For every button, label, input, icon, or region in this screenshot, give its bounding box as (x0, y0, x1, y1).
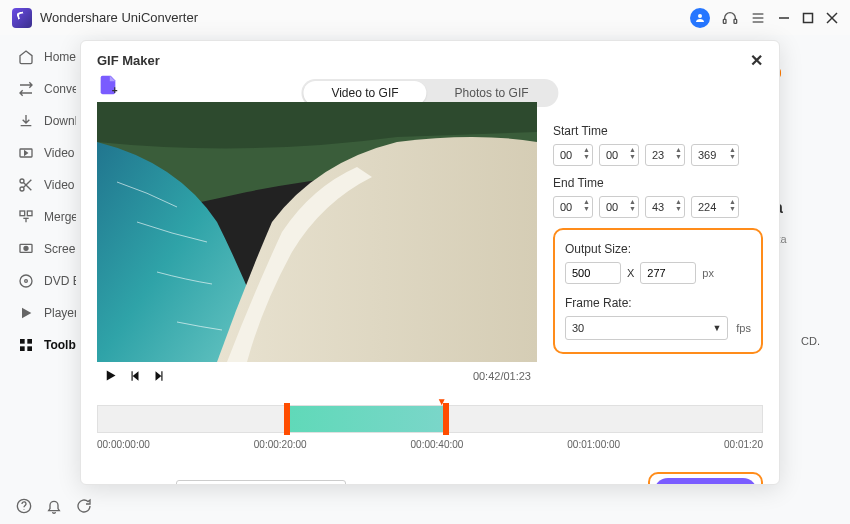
px-label: px (702, 267, 714, 279)
x-separator: X (627, 267, 634, 279)
output-size-label: Output Size: (565, 242, 751, 256)
svg-rect-25 (20, 346, 25, 351)
sidebar-item-converter[interactable]: Converter (18, 81, 76, 97)
settings-panel: Start Time 00▲▼ 00▲▼ 23▲▼ 369▲▼ End Time… (553, 102, 763, 385)
create-highlight: Create GIF (648, 472, 763, 485)
svg-rect-15 (20, 211, 25, 216)
sidebar-item-label: Downloader (44, 114, 76, 128)
bell-icon[interactable] (46, 498, 62, 514)
home-icon (18, 49, 34, 65)
sidebar-item-compressor[interactable]: Video Compressor (18, 145, 76, 161)
svg-rect-1 (723, 19, 726, 23)
svg-rect-24 (27, 339, 32, 344)
bg-cd: CD. (801, 335, 820, 347)
file-location-input[interactable]: C:\Users\ws\Pictures\Wonders▼ (176, 480, 346, 485)
gif-maker-modal: GIF Maker ✕ + Video to GIF Photos to GIF (80, 40, 780, 485)
titlebar: Wondershare UniConverter (0, 0, 850, 35)
convert-icon (18, 81, 34, 97)
sidebar-item-downloader[interactable]: Downloader (18, 113, 76, 129)
svg-rect-26 (27, 346, 32, 351)
next-frame-icon[interactable] (152, 369, 166, 383)
sidebar-item-label: Merger (44, 210, 76, 224)
output-height-input[interactable] (640, 262, 696, 284)
create-gif-button[interactable]: Create GIF (654, 478, 757, 485)
help-icon[interactable] (16, 498, 32, 514)
tick: 00:00:00:00 (97, 439, 150, 450)
svg-point-22 (25, 280, 28, 283)
svg-point-12 (20, 187, 24, 191)
download-icon (18, 113, 34, 129)
end-h-input[interactable]: 00▲▼ (553, 196, 593, 218)
sidebar-item-label: DVD Burner (44, 274, 76, 288)
fps-label: fps (736, 322, 751, 334)
file-location-row: File Location: C:\Users\ws\Pictures\Wond… (97, 480, 370, 485)
grid-icon (18, 337, 34, 353)
maximize-icon[interactable] (802, 12, 814, 24)
chevron-down-icon: ▼ (712, 323, 721, 333)
start-h-input[interactable]: 00▲▼ (553, 144, 593, 166)
svg-point-11 (20, 179, 24, 183)
sidebar-item-label: Player (44, 306, 76, 320)
sidebar-item-recorder[interactable]: Screen Recorder (18, 241, 76, 257)
user-avatar-icon[interactable] (690, 8, 710, 28)
timeline[interactable]: ▼ 00:00:00:00 00:00:20:00 00:00:40:00 00… (97, 405, 763, 450)
video-preview[interactable] (97, 102, 537, 362)
sidebar-item-label: Screen Recorder (44, 242, 76, 256)
tick: 00:01:00:00 (567, 439, 620, 450)
sidebar-item-label: Converter (44, 82, 76, 96)
app-logo-icon (12, 8, 32, 28)
play-button-icon[interactable] (103, 368, 118, 383)
frame-rate-label: Frame Rate: (565, 296, 751, 310)
folder-icon[interactable] (354, 484, 370, 485)
start-time-label: Start Time (553, 124, 763, 138)
sidebar-item-home[interactable]: Home (18, 49, 76, 65)
menu-icon[interactable] (750, 10, 766, 26)
scissors-icon (18, 177, 34, 193)
playhead-icon[interactable]: ▼ (437, 396, 447, 407)
tick: 00:00:40:00 (411, 439, 464, 450)
tick: 00:00:20:00 (254, 439, 307, 450)
timeline-track[interactable]: ▼ (97, 405, 763, 433)
svg-point-21 (20, 275, 32, 287)
svg-point-0 (698, 14, 702, 18)
range-start-handle[interactable] (284, 403, 290, 435)
disc-icon (18, 273, 34, 289)
headset-icon[interactable] (722, 10, 738, 26)
end-s-input[interactable]: 43▲▼ (645, 196, 685, 218)
frame-rate-select[interactable]: 30▼ (565, 316, 728, 340)
sidebar-item-player[interactable]: Player (18, 305, 76, 321)
modal-title: GIF Maker (97, 53, 160, 68)
close-icon[interactable]: ✕ (750, 51, 763, 70)
sidebar: Home Converter Downloader Video Compress… (0, 35, 76, 524)
feedback-icon[interactable] (76, 498, 92, 514)
start-ms-input[interactable]: 369▲▼ (691, 144, 739, 166)
range-end-handle[interactable] (443, 403, 449, 435)
output-width-input[interactable] (565, 262, 621, 284)
add-file-icon[interactable]: + (97, 74, 119, 96)
svg-rect-16 (27, 211, 32, 216)
playback-time: 00:42/01:23 (473, 370, 531, 382)
svg-rect-2 (734, 19, 737, 23)
app-title: Wondershare UniConverter (40, 10, 198, 25)
tick: 00:01:20 (724, 439, 763, 450)
output-highlight: Output Size: X px Frame Rate: 30▼ fps (553, 228, 763, 354)
svg-point-20 (24, 246, 28, 250)
start-m-input[interactable]: 00▲▼ (599, 144, 639, 166)
selection-range[interactable] (284, 406, 443, 432)
sidebar-item-editor[interactable]: Video Editor (18, 177, 76, 193)
end-time-label: End Time (553, 176, 763, 190)
start-s-input[interactable]: 23▲▼ (645, 144, 685, 166)
prev-frame-icon[interactable] (128, 369, 142, 383)
svg-rect-23 (20, 339, 25, 344)
sidebar-item-label: Video Compressor (44, 146, 76, 160)
bottombar (16, 498, 92, 514)
play-icon (18, 305, 34, 321)
end-m-input[interactable]: 00▲▼ (599, 196, 639, 218)
minimize-icon[interactable] (778, 12, 790, 24)
sidebar-item-dvd[interactable]: DVD Burner (18, 273, 76, 289)
sidebar-item-toolbox[interactable]: Toolbox (18, 337, 76, 353)
svg-text:+: + (112, 85, 118, 96)
sidebar-item-merger[interactable]: Merger (18, 209, 76, 225)
close-window-icon[interactable] (826, 12, 838, 24)
end-ms-input[interactable]: 224▲▼ (691, 196, 739, 218)
